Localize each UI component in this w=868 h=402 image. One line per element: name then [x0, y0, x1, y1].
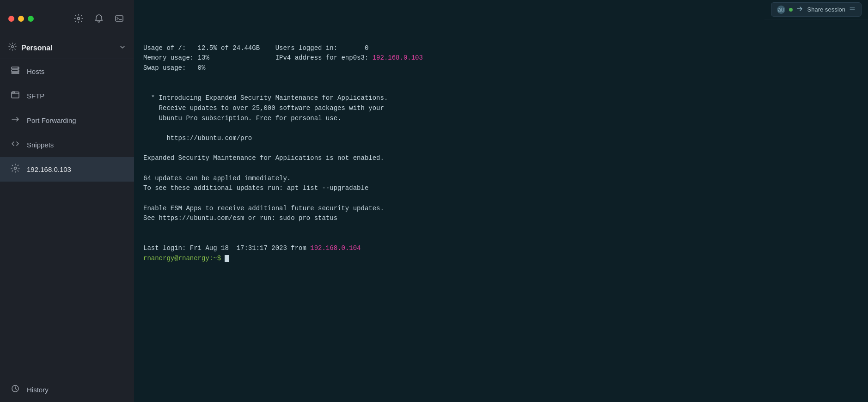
- sidebar-item-history[interactable]: History: [0, 378, 134, 402]
- sidebar-item-hosts[interactable]: Hosts: [0, 59, 134, 84]
- maximize-button[interactable]: [28, 16, 34, 22]
- terminal-line-5: Receive updates to over 25,000 software …: [143, 104, 384, 112]
- personal-section-label: Personal: [21, 44, 115, 52]
- minimize-button[interactable]: [18, 16, 24, 22]
- ip-address-1: 192.168.0.103: [373, 54, 423, 61]
- ip-address-2: 192.168.0.104: [310, 244, 361, 252]
- terminal-line-9: 64 updates can be applied immediately.: [143, 175, 291, 182]
- sidebar-item-sftp[interactable]: SFTP: [0, 84, 134, 108]
- sftp-icon: [10, 90, 20, 102]
- terminal-topbar: au Share session: [764, 0, 868, 19]
- sidebar-item-port-forwarding[interactable]: Port Forwarding: [0, 108, 134, 133]
- terminal-line-blank-4: [143, 145, 147, 152]
- terminal-line-3: Swap usage: 0%: [143, 64, 205, 72]
- svg-point-7: [18, 70, 18, 71]
- terminal-line-blank-2: [143, 84, 147, 91]
- prompt-user: rnanergy@rnanergy: [143, 255, 209, 262]
- svg-point-6: [18, 67, 18, 68]
- terminal-line-blank-8: [143, 235, 147, 242]
- terminal-line-blank-1: [143, 74, 147, 82]
- personal-section-header[interactable]: Personal: [0, 37, 134, 59]
- hosts-icon: [10, 66, 20, 77]
- terminal-line-blank-7: [143, 225, 147, 232]
- sidebar-top-bar: [0, 0, 134, 37]
- snippets-icon: [10, 139, 20, 151]
- terminal-cursor: [225, 255, 229, 262]
- terminal-line-7: https://ubuntu.com/pro: [143, 134, 252, 142]
- terminal-line-13: Last login: Fri Aug 18 17:31:17 2023 fro…: [143, 244, 361, 252]
- sidebar-item-active-host[interactable]: 192.168.0.103: [0, 157, 134, 182]
- terminal-line-1: Usage of /: 12.5% of 24.44GB Users logge…: [143, 44, 368, 52]
- close-button[interactable]: [8, 16, 14, 22]
- terminal-button[interactable]: [113, 12, 126, 25]
- hosts-label: Hosts: [27, 67, 44, 75]
- user-avatar-icon: au: [777, 6, 785, 14]
- chevron-down-icon: [119, 44, 126, 52]
- svg-point-12: [789, 8, 793, 12]
- svg-rect-1: [116, 16, 123, 21]
- terminal-line-blank-5: [143, 164, 147, 172]
- svg-rect-5: [12, 73, 19, 73]
- terminal-prompt-line: rnanergy@rnanergy:~$: [143, 255, 229, 262]
- notifications-button[interactable]: [92, 12, 105, 25]
- terminal-line-4: * Introducing Expanded Security Maintena…: [143, 94, 388, 102]
- sidebar-item-snippets[interactable]: Snippets: [0, 133, 134, 157]
- port-forwarding-label: Port Forwarding: [27, 116, 76, 124]
- terminal-line-10: To see these additional updates run: apt…: [143, 184, 368, 192]
- terminal-line-blank-3: [143, 124, 147, 132]
- prompt-suffix: :~$: [209, 255, 225, 262]
- active-host-label: 192.168.0.103: [27, 165, 71, 173]
- snippets-label: Snippets: [27, 141, 54, 149]
- svg-point-2: [12, 46, 14, 48]
- personal-icon: [8, 43, 17, 53]
- sidebar: Personal Hosts SFTP: [0, 0, 134, 402]
- sftp-label: SFTP: [27, 92, 44, 100]
- sidebar-action-icons: [72, 12, 126, 25]
- window-controls: [8, 16, 34, 22]
- terminal-line-8: Expanded Security Maintenance for Applic…: [143, 154, 384, 162]
- terminal-line-12: See https://ubuntu.com/esm or run: sudo …: [143, 214, 337, 222]
- terminal-line-6: Ubuntu Pro subscription. Free for person…: [143, 115, 341, 122]
- share-session-button[interactable]: au Share session: [771, 2, 862, 17]
- terminal-prompt: rnanergy@rnanergy:~$: [143, 255, 225, 262]
- active-host-icon: [10, 164, 20, 175]
- history-icon: [10, 384, 20, 396]
- share-session-label: Share session: [807, 6, 845, 13]
- svg-point-10: [14, 167, 17, 170]
- terminal-line-11: Enable ESM Apps to receive additional fu…: [143, 205, 384, 212]
- settings-button[interactable]: [72, 12, 85, 25]
- history-label: History: [27, 386, 49, 394]
- terminal-line-blank-6: [143, 195, 147, 202]
- green-dot-icon: [789, 6, 793, 13]
- svg-point-0: [78, 18, 80, 20]
- port-forwarding-icon: [10, 115, 20, 126]
- terminal-line-2: Memory usage: 13% IPv4 address for enp0s…: [143, 54, 423, 61]
- share-arrow-icon: [796, 5, 804, 14]
- share-expand-icon: [849, 6, 856, 13]
- terminal-output[interactable]: Usage of /: 12.5% of 24.44GB Users logge…: [134, 19, 868, 402]
- terminal-area: au Share session Usage of /: 12.5% of 24…: [134, 0, 868, 402]
